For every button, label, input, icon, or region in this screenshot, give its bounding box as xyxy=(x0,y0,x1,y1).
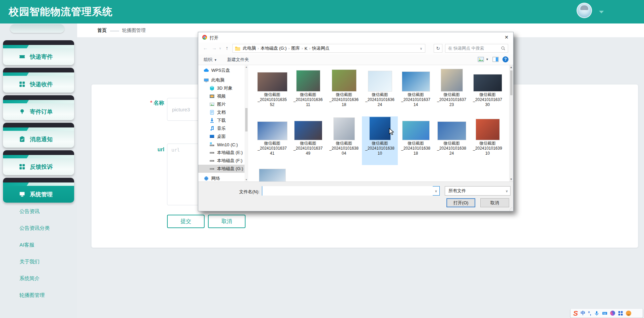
search-icon xyxy=(501,46,505,51)
breadcrumb-home[interactable]: 首页 xyxy=(97,28,107,34)
search-input[interactable] xyxy=(445,46,501,51)
scroll-up-icon[interactable]: ▲ xyxy=(245,66,248,68)
tree-item-7[interactable]: 下载 xyxy=(198,116,245,124)
tree-item-12[interactable]: 本地磁盘 (F:) xyxy=(198,157,245,165)
chevron-down-icon[interactable]: ∨ xyxy=(433,189,439,193)
tree-item-6[interactable]: 文档 xyxy=(198,108,245,116)
up-icon[interactable]: ↑ xyxy=(226,45,228,51)
emoji-icon[interactable] xyxy=(626,311,631,316)
file-item-13[interactable]: 微信截图_20241010163824 xyxy=(434,116,470,165)
toolbox-icon[interactable] xyxy=(618,311,623,316)
sidebar-item-3[interactable]: 寄件订单 xyxy=(3,95,74,120)
scroll-down-icon[interactable]: ▼ xyxy=(245,178,248,181)
address-dropdown-icon[interactable]: ∨ xyxy=(420,47,423,50)
dialog-cancel-button[interactable]: 取消 xyxy=(480,198,509,207)
file-item-5[interactable]: 微信截图_20241010163714 xyxy=(398,68,434,116)
sidebar-subitem-2[interactable]: 公告资讯分类 xyxy=(0,220,77,236)
submit-button[interactable]: 提交 xyxy=(167,215,205,228)
ime-punctuation-toggle[interactable]: °, xyxy=(588,311,591,316)
tree-item-4[interactable]: 视频 xyxy=(198,92,245,100)
file-item-partial[interactable] xyxy=(254,165,290,181)
tree-item-2[interactable]: 此电脑 xyxy=(198,76,245,84)
sidebar-item-body[interactable]: 快递寄件 xyxy=(3,48,74,65)
tree-scrollbar[interactable]: ▲ ▼ xyxy=(245,65,248,181)
sidebar-subitem-1[interactable]: 公告资讯 xyxy=(0,203,77,220)
file-name: 微信截图_20241010163741 xyxy=(258,141,287,156)
preview-pane-icon[interactable] xyxy=(492,57,499,62)
chevron-down-icon[interactable] xyxy=(599,11,604,13)
sidebar-item-body[interactable]: 寄件订单 xyxy=(3,103,74,120)
sidebar-subitem-6[interactable]: 轮播图管理 xyxy=(0,287,77,304)
sidebar-subitem-5[interactable]: 系统简介 xyxy=(0,270,77,287)
cancel-button[interactable]: 取消 xyxy=(208,215,246,228)
view-thumbnails-icon[interactable]: ▼ xyxy=(478,57,489,62)
file-item-10[interactable]: 微信截图_20241010163804 xyxy=(326,116,362,165)
tree-item-10[interactable]: Win10 (C:) xyxy=(198,141,245,149)
sidebar-subitem-4[interactable]: 关于我们 xyxy=(0,253,77,270)
file-item-11[interactable]: 微信截图_20241010163810 xyxy=(362,116,398,165)
address-segment[interactable]: 快递网点 xyxy=(312,45,329,51)
address-bar[interactable]: 此电脑›本地磁盘 (G:)›图库›K›快递网点 ∨ xyxy=(232,44,425,53)
sidebar-item-4[interactable]: 消息通知 xyxy=(3,123,74,148)
back-icon[interactable]: ← xyxy=(203,45,208,51)
tree-item-13[interactable]: 本地磁盘 (G:) xyxy=(198,165,245,173)
sidebar-item-6[interactable]: 系统管理 xyxy=(3,178,74,203)
tree-item-1[interactable]: WPS云盘 xyxy=(198,66,245,74)
organize-menu[interactable]: 组织▼ xyxy=(204,54,217,65)
microphone-icon[interactable] xyxy=(594,311,599,316)
filetype-select[interactable]: 所有文件 ∨ xyxy=(445,186,511,196)
sidebar-item-body[interactable]: 快递收件 xyxy=(3,76,74,93)
file-list-scrollbar[interactable]: ▲ ▼ xyxy=(509,65,513,181)
sogou-logo-icon[interactable]: S xyxy=(573,309,578,318)
file-item-1[interactable]: 微信截图_20241010163552 xyxy=(254,68,290,116)
required-mark: * xyxy=(150,100,152,106)
scroll-up-icon[interactable]: ▲ xyxy=(509,66,513,69)
tree-item-5[interactable]: 图片 xyxy=(198,100,245,108)
sidebar-item-body[interactable]: 系统管理 xyxy=(3,186,74,203)
help-icon[interactable]: ? xyxy=(502,56,508,62)
scroll-down-icon[interactable]: ▼ xyxy=(509,178,513,181)
file-item-14[interactable]: 微信截图_20241010163910 xyxy=(470,116,505,165)
file-item-3[interactable]: 微信截图_20241010163618 xyxy=(326,68,362,116)
address-segment[interactable]: K xyxy=(305,46,308,51)
filename-input[interactable] xyxy=(262,186,433,196)
ime-language-toggle[interactable]: 中 xyxy=(581,310,585,316)
file-item-12[interactable]: 微信截图_20241010163818 xyxy=(398,116,434,165)
tree-item-9[interactable]: 桌面 xyxy=(198,132,245,141)
file-item-6[interactable]: 微信截图_20241010163723 xyxy=(434,68,470,116)
file-item-7[interactable]: 微信截图_20241010163730 xyxy=(470,68,505,116)
sidebar-item-2[interactable]: 快递收件 xyxy=(3,68,74,93)
scroll-thumb[interactable] xyxy=(245,108,248,131)
dialog-title-bar[interactable]: 打开 ✕ xyxy=(198,32,513,42)
open-button[interactable]: 打开(O) xyxy=(446,198,475,207)
tree-item-3[interactable]: 3D 对象 xyxy=(198,84,245,92)
sidebar-item-body[interactable]: 消息通知 xyxy=(3,131,74,148)
tree-item-11[interactable]: 本地磁盘 (E:) xyxy=(198,149,245,157)
file-thumbnail xyxy=(474,68,502,91)
tree-item-label: 文档 xyxy=(217,109,226,115)
keyboard-icon[interactable] xyxy=(602,311,607,316)
tree-item-8[interactable]: 音乐 xyxy=(198,124,245,132)
file-item-2[interactable]: 微信截图_20241010163611 xyxy=(290,68,326,116)
avatar[interactable] xyxy=(577,3,592,18)
file-item-9[interactable]: 微信截图_20241010163749 xyxy=(290,116,326,165)
sidebar-item-5[interactable]: 反馈投诉 xyxy=(3,150,74,175)
scroll-thumb[interactable] xyxy=(510,70,513,95)
address-segment[interactable]: 本地磁盘 (G:) xyxy=(261,45,287,51)
skin-icon[interactable] xyxy=(610,311,615,316)
sidebar-item-1[interactable]: 快递寄件 xyxy=(3,40,74,65)
refresh-icon[interactable]: ↻ xyxy=(434,44,442,53)
new-folder-button[interactable]: 新建文件夹 xyxy=(227,54,249,65)
tree-item-label: 本地磁盘 (F:) xyxy=(217,158,243,164)
address-segment[interactable]: 图库 xyxy=(291,45,300,51)
file-item-4[interactable]: 微信截图_20241010163624 xyxy=(362,68,398,116)
history-dropdown-icon[interactable]: ∨ xyxy=(219,47,221,50)
sidebar-subitem-3[interactable]: AI客服 xyxy=(0,236,77,253)
address-segment[interactable]: 此电脑 xyxy=(243,45,256,51)
sidebar-item-body[interactable]: 反馈投诉 xyxy=(3,158,74,175)
forward-icon[interactable]: → xyxy=(212,45,217,51)
file-item-8[interactable]: 微信截图_20241010163741 xyxy=(254,116,290,165)
tree-item-14[interactable]: 网络 xyxy=(198,174,245,181)
close-icon[interactable]: ✕ xyxy=(500,32,513,42)
resize-grip[interactable]: ⋰ xyxy=(509,207,513,211)
